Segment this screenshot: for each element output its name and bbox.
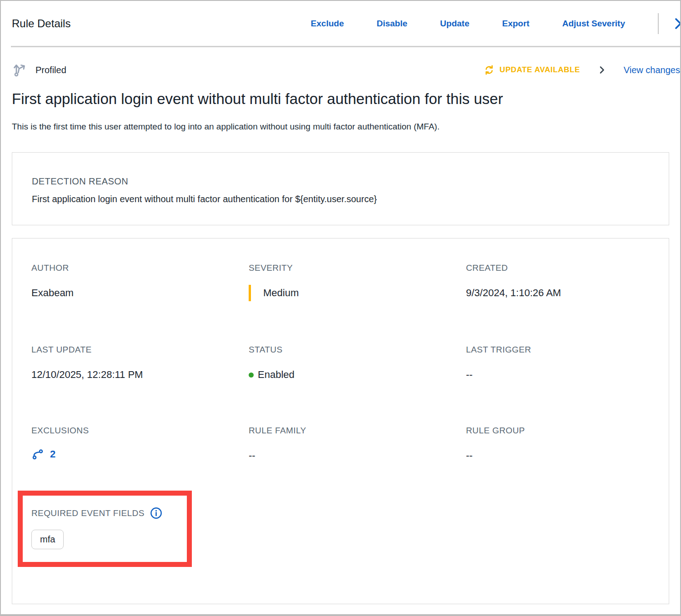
rule-family-label: RULE FAMILY	[249, 426, 466, 436]
view-changes-link[interactable]: View changes	[624, 65, 680, 75]
last-trigger-cell: LAST TRIGGER --	[466, 345, 669, 426]
header-bottom-divider	[11, 46, 680, 47]
created-label: CREATED	[466, 263, 669, 273]
detection-reason-box: DETECTION REASON First application login…	[12, 152, 669, 225]
severity-label: SEVERITY	[249, 263, 466, 273]
rule-family-cell: RULE FAMILY --	[249, 426, 466, 507]
event-field-chip: mfa	[31, 530, 64, 549]
last-trigger-value: --	[466, 369, 669, 381]
branching-arrows-icon	[12, 62, 28, 78]
exclusions-label: EXCLUSIONS	[31, 426, 249, 436]
rule-group-cell: RULE GROUP --	[466, 426, 669, 507]
author-value: Exabeam	[31, 287, 249, 299]
info-icon	[150, 507, 162, 519]
detection-reason-label: DETECTION REASON	[32, 176, 649, 187]
required-event-fields-label-row: REQUIRED EVENT FIELDS	[31, 507, 249, 519]
rule-type-label: Profiled	[35, 65, 66, 75]
status-label: STATUS	[249, 345, 466, 355]
header-divider	[658, 13, 659, 34]
chevron-right-icon	[597, 65, 606, 75]
update-area: UPDATE AVAILABLE View changes	[483, 64, 680, 76]
exclusions-count: 2	[50, 448, 55, 460]
created-cell: CREATED 9/3/2024, 1:10:26 AM	[466, 263, 669, 345]
disable-button[interactable]: Disable	[376, 19, 407, 29]
page-title: Rule Details	[12, 17, 70, 30]
export-button[interactable]: Export	[502, 19, 529, 29]
sync-icon	[483, 64, 495, 76]
rule-type-row: Profiled UPDATE AVAILABLE View changes	[12, 61, 680, 79]
required-event-fields-label: REQUIRED EVENT FIELDS	[31, 508, 145, 518]
close-button[interactable]	[673, 16, 681, 31]
detection-reason-text: First application login event without mu…	[32, 193, 649, 205]
last-update-label: LAST UPDATE	[31, 345, 249, 355]
panel-header: Rule Details Exclude Disable Update Expo…	[1, 1, 680, 46]
update-button[interactable]: Update	[440, 19, 469, 29]
git-branch-icon	[31, 448, 44, 461]
created-value: 9/3/2024, 1:10:26 AM	[466, 287, 669, 299]
update-available-badge[interactable]: UPDATE AVAILABLE	[483, 64, 580, 76]
rule-details-grid: AUTHOR Exabeam SEVERITY Medium CREATED 9…	[12, 238, 669, 549]
status-value-wrap: Enabled	[249, 369, 466, 381]
exclude-button[interactable]: Exclude	[311, 19, 344, 29]
last-update-value: 12/10/2025, 12:28:11 PM	[31, 369, 249, 381]
update-available-label: UPDATE AVAILABLE	[500, 65, 580, 75]
rule-title: First application login event without mu…	[12, 90, 669, 108]
author-cell: AUTHOR Exabeam	[31, 263, 249, 345]
header-actions: Exclude Disable Update Export Adjust Sev…	[311, 13, 680, 34]
status-value: Enabled	[258, 369, 295, 381]
rule-group-value: --	[466, 450, 669, 462]
exclusions-link[interactable]: 2	[31, 448, 249, 461]
last-update-cell: LAST UPDATE 12/10/2025, 12:28:11 PM	[31, 345, 249, 426]
author-label: AUTHOR	[31, 263, 249, 273]
severity-value-wrap: Medium	[249, 285, 466, 301]
status-cell: STATUS Enabled	[249, 345, 466, 426]
rule-details-box: AUTHOR Exabeam SEVERITY Medium CREATED 9…	[12, 238, 669, 604]
required-event-fields-cell: REQUIRED EVENT FIELDS mfa	[31, 507, 249, 549]
severity-indicator-bar	[249, 285, 251, 301]
adjust-severity-button[interactable]: Adjust Severity	[562, 19, 625, 29]
exclusions-cell: EXCLUSIONS 2	[31, 426, 249, 507]
severity-value: Medium	[263, 287, 299, 299]
info-button[interactable]	[150, 507, 162, 519]
last-trigger-label: LAST TRIGGER	[466, 345, 669, 355]
status-enabled-dot	[249, 373, 254, 378]
rule-group-label: RULE GROUP	[466, 426, 669, 436]
rule-family-value: --	[249, 450, 466, 462]
severity-cell: SEVERITY Medium	[249, 263, 466, 345]
rule-description: This is the first time this user attempt…	[12, 121, 669, 132]
close-icon	[673, 16, 681, 31]
